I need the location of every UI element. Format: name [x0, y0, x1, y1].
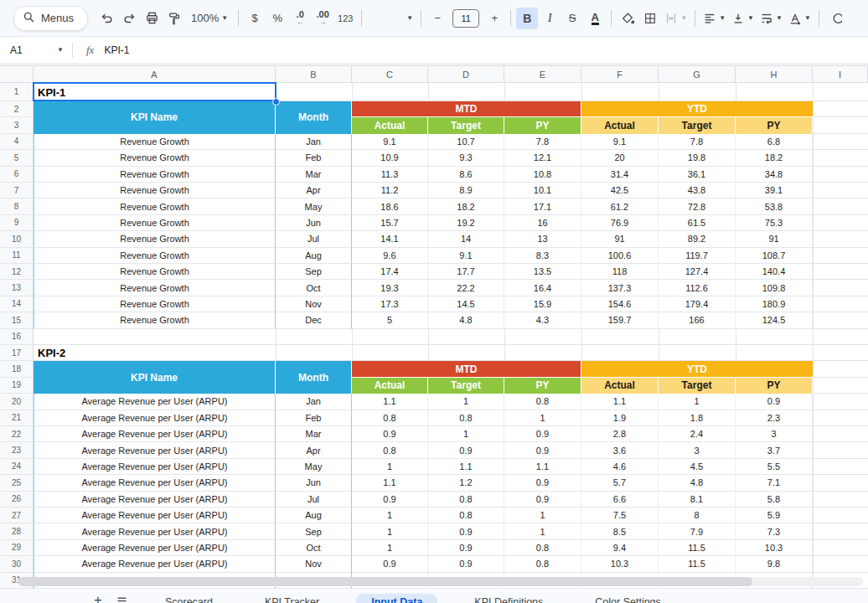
cell[interactable]: Revenue Growth: [34, 312, 276, 328]
cell[interactable]: 8.6: [428, 167, 504, 183]
cell[interactable]: 8.3: [504, 248, 581, 264]
cell[interactable]: Revenue Growth: [34, 296, 276, 312]
cell[interactable]: 36.1: [659, 167, 736, 183]
cell[interactable]: 0.9: [352, 556, 428, 572]
cell[interactable]: 5.9: [736, 508, 813, 523]
cell[interactable]: 0.9: [352, 492, 428, 508]
header-ytd-target[interactable]: Target: [659, 117, 736, 133]
cell[interactable]: Revenue Growth: [34, 167, 276, 183]
cell[interactable]: 13.5: [504, 264, 581, 280]
cell[interactable]: 0.8: [504, 394, 581, 410]
header-mtd[interactable]: MTD: [352, 101, 581, 117]
cell[interactable]: Average Revenue per User (ARPU): [34, 442, 276, 458]
cell[interactable]: 14.5: [428, 296, 504, 312]
cell[interactable]: 140.4: [736, 264, 813, 280]
cell[interactable]: 9.6: [352, 248, 428, 264]
cell[interactable]: 7.1: [736, 475, 813, 491]
header-ytd-actual[interactable]: Actual: [581, 378, 659, 394]
cell[interactable]: Average Revenue per User (ARPU): [34, 410, 276, 426]
row-header-20[interactable]: 20: [0, 394, 34, 410]
cell[interactable]: 3: [736, 426, 813, 442]
sheet-tab-input-data[interactable]: Input Data: [356, 594, 437, 603]
header-ytd-py[interactable]: PY: [736, 117, 813, 133]
cell[interactable]: 1: [428, 426, 504, 442]
header-mtd-target[interactable]: Target: [428, 117, 504, 133]
cell[interactable]: 5: [352, 312, 428, 328]
cell[interactable]: 76.9: [581, 215, 659, 231]
cell[interactable]: Average Revenue per User (ARPU): [34, 523, 276, 539]
row-header-27[interactable]: 27: [0, 508, 34, 523]
header-mtd-actual[interactable]: Actual: [352, 117, 428, 133]
row-header-22[interactable]: 22: [0, 426, 34, 442]
cell[interactable]: 1.9: [581, 410, 659, 426]
cell[interactable]: Revenue Growth: [34, 264, 276, 280]
cell[interactable]: 180.9: [736, 296, 813, 312]
column-header-D[interactable]: D: [428, 65, 504, 83]
cell[interactable]: 10.7: [428, 134, 504, 150]
cell[interactable]: Revenue Growth: [34, 198, 276, 214]
cell[interactable]: 15.9: [504, 296, 581, 312]
fill-handle[interactable]: [272, 98, 280, 106]
column-header-A[interactable]: A: [34, 65, 276, 83]
column-header-B[interactable]: B: [276, 65, 352, 83]
cell[interactable]: Jan: [276, 394, 352, 410]
cell[interactable]: Revenue Growth: [34, 183, 276, 198]
cell[interactable]: 5.8: [736, 492, 813, 508]
cell[interactable]: 53.8: [736, 198, 813, 214]
cell[interactable]: 61.5: [659, 215, 736, 231]
row-header-1[interactable]: 1: [0, 83, 34, 101]
cell[interactable]: 9.3: [428, 150, 504, 166]
cell[interactable]: Aug: [276, 248, 352, 264]
cell[interactable]: Feb: [276, 410, 352, 426]
cell[interactable]: Jan: [276, 134, 352, 150]
cell[interactable]: 15.7: [352, 215, 428, 231]
cell[interactable]: 4.3: [504, 312, 581, 328]
header-ytd-py[interactable]: PY: [736, 378, 813, 394]
cell[interactable]: 43.8: [659, 183, 736, 198]
row-header-24[interactable]: 24: [0, 459, 34, 475]
cell[interactable]: 10.8: [504, 167, 581, 183]
cell[interactable]: 2.3: [736, 410, 813, 426]
cell[interactable]: 6.6: [581, 492, 659, 508]
sheet-tab-scorecard[interactable]: Scorecard: [150, 594, 228, 603]
cell[interactable]: 137.3: [581, 280, 659, 296]
cell[interactable]: 1: [352, 459, 428, 475]
row-header-25[interactable]: 25: [0, 475, 34, 491]
cell[interactable]: 16: [504, 215, 581, 231]
header-kpi-name[interactable]: KPI Name: [34, 361, 276, 394]
cell[interactable]: Revenue Growth: [34, 231, 276, 247]
column-header-E[interactable]: E: [504, 65, 581, 83]
cell[interactable]: 39.1: [736, 183, 813, 198]
cell[interactable]: 1.8: [659, 410, 736, 426]
cell[interactable]: 18.2: [736, 150, 813, 166]
row-header-13[interactable]: 13: [0, 280, 34, 296]
cell[interactable]: 159.7: [581, 312, 659, 328]
cell[interactable]: 1: [352, 508, 428, 523]
cell[interactable]: 5.5: [736, 459, 813, 475]
cell[interactable]: 119.7: [659, 248, 736, 264]
header-ytd[interactable]: YTD: [581, 101, 813, 117]
cell[interactable]: Average Revenue per User (ARPU): [34, 556, 276, 572]
row-header-19[interactable]: 19: [0, 378, 34, 394]
cell[interactable]: 8.5: [581, 523, 659, 539]
cell[interactable]: 3.6: [581, 442, 659, 458]
row-header-29[interactable]: 29: [0, 540, 34, 556]
cell[interactable]: 0.9: [428, 540, 504, 556]
cell[interactable]: 4.6: [581, 459, 659, 475]
cell[interactable]: 0.9: [504, 426, 581, 442]
row-header-4[interactable]: 4: [0, 134, 34, 150]
cell[interactable]: 1: [428, 394, 504, 410]
cell[interactable]: 9.1: [581, 134, 659, 150]
column-header-H[interactable]: H: [736, 65, 813, 83]
cell[interactable]: 124.5: [736, 312, 813, 328]
cell[interactable]: 13: [504, 231, 581, 247]
cell[interactable]: Revenue Growth: [34, 134, 276, 150]
cell[interactable]: 9.8: [736, 556, 813, 572]
cell[interactable]: Apr: [276, 442, 352, 458]
cell[interactable]: 42.5: [581, 183, 659, 198]
cell[interactable]: 0.8: [504, 540, 581, 556]
cell[interactable]: 7.8: [504, 134, 581, 150]
cell[interactable]: Oct: [276, 280, 352, 296]
cell[interactable]: Feb: [276, 150, 352, 166]
cell[interactable]: 2.4: [659, 426, 736, 442]
